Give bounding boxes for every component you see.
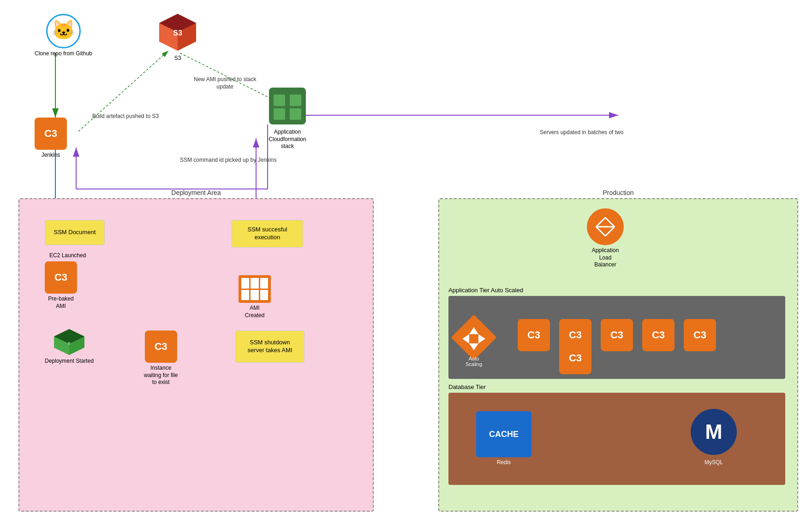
instance-label: Instancewaiting for fileto exist [144, 365, 178, 386]
mysql-icon: M [688, 407, 739, 457]
ami-created-label: AMICreated [245, 305, 265, 319]
redis-wrap: CACHE Redis [476, 411, 531, 466]
ami-created-wrap: AMICreated [239, 275, 271, 319]
ssm-document-box: SSM Document [45, 220, 105, 245]
ssm-success-box: SSM succesfulexecution [232, 220, 303, 248]
deployment-area: Deployment Area SSM Document EC2 Launche… [18, 198, 374, 512]
production-label: Production [603, 189, 634, 196]
autoscale-tier-label: Application Tier Auto Scaled [448, 287, 523, 294]
jenkins-label: Jenkins [42, 152, 60, 159]
cloudformation-label: ApplicationCloudformationstack [269, 129, 306, 150]
svg-line-38 [596, 227, 605, 236]
svg-marker-44 [478, 334, 485, 343]
cloudformation-icon [267, 85, 308, 127]
deployment-area-label: Deployment Area [171, 189, 221, 196]
c3-as-1: C3 [518, 319, 550, 351]
svg-marker-41 [469, 327, 478, 334]
c3-as-3: C3 [601, 319, 633, 351]
autoscale-label-text: AutoScaling [455, 356, 492, 367]
s3-label: S3 [174, 55, 181, 62]
jenkins-c3-box: C3 [35, 118, 67, 150]
mysql-label: MySQL [705, 459, 723, 466]
redis-label: Redis [497, 459, 511, 466]
github-icon: 🐱 [46, 14, 81, 48]
svg-text:S3: S3 [173, 29, 182, 37]
deployment-started-icon: ≡ [53, 328, 85, 356]
instance-c3-box: C3 [145, 330, 177, 363]
github-label: Clone repo from Github [35, 50, 92, 58]
build-artefact-label: Build artefact pushed to S3 [92, 113, 159, 120]
svg-rect-29 [274, 108, 285, 120]
svg-marker-42 [469, 343, 478, 350]
svg-rect-30 [290, 108, 301, 120]
svg-line-37 [605, 218, 615, 227]
autoscale-area: AutoScaling C3 C3 C3 C3 C3 C3 [448, 296, 785, 379]
c3-as-5: C3 [684, 319, 716, 351]
s3-icon: S3 [157, 12, 198, 53]
c3-as-6: C3 [559, 342, 591, 374]
autoscale-arrows-icon [460, 325, 488, 353]
svg-line-36 [596, 218, 605, 227]
alb-wrap: ApplicationLoadBalancer [587, 208, 624, 269]
svg-text:≡: ≡ [68, 341, 71, 346]
svg-line-39 [605, 227, 615, 236]
svg-text:M: M [705, 420, 722, 443]
alb-svg [594, 215, 617, 238]
prebaked-c3-box: C3 [45, 261, 77, 294]
new-ami-label: New AMI pushed to stackupdate [194, 76, 256, 90]
ec2-launched-label: EC2 Launched [49, 252, 86, 259]
github-icon-wrap: 🐱 Clone repo from Github [35, 14, 92, 58]
diagram-container: 🐱 Clone repo from Github S3 S3 C3 Jenkin… [0, 0, 812, 531]
svg-rect-28 [290, 94, 301, 106]
ssm-command-label: SSM command id picked up by Jenkins [180, 157, 276, 164]
cloudformation-wrap: ApplicationCloudformationstack [267, 85, 308, 150]
alb-label: ApplicationLoadBalancer [592, 247, 619, 269]
db-tier-label: Database Tier [448, 384, 486, 390]
db-tier-area: CACHE Redis M MySQL [448, 393, 785, 485]
s3-icon-wrap: S3 S3 [157, 12, 198, 62]
svg-rect-27 [274, 94, 285, 106]
svg-marker-43 [462, 334, 469, 343]
c3-as-4: C3 [642, 319, 675, 351]
deployment-started-wrap: ≡ Deployment Started [45, 328, 94, 365]
prebaked-label: Pre-bakedAMI [48, 295, 73, 310]
mysql-wrap: M MySQL [688, 407, 739, 466]
servers-updated-label: Servers updated in batches of two [540, 129, 623, 136]
svg-text:🐱: 🐱 [52, 18, 76, 41]
ssm-shutdown-box: SSM shutdownserver takes AMI [235, 330, 304, 363]
jenkins-wrap: C3 Jenkins [35, 118, 67, 159]
production-area: Production ApplicationLoadBalancer Appli… [438, 198, 798, 512]
autoscale-diamond-wrap: AutoScaling [458, 321, 490, 354]
deployment-started-label: Deployment Started [45, 358, 94, 365]
cache-box: CACHE [476, 411, 531, 457]
prebaked-ami-wrap: C3 Pre-bakedAMI [45, 261, 77, 310]
alb-icon [587, 208, 624, 245]
instance-waiting-wrap: C3 Instancewaiting for fileto exist [144, 330, 178, 386]
